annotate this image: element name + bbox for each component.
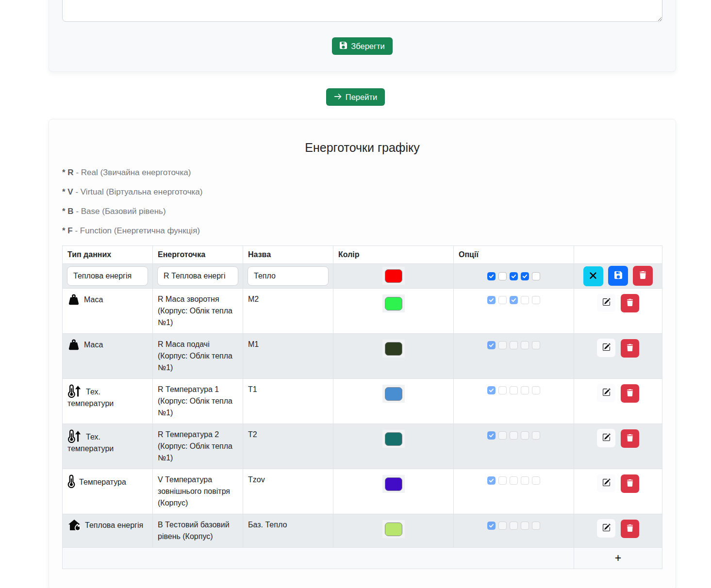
color-picker-input[interactable]	[382, 520, 405, 538]
option-checkbox-checked	[487, 386, 496, 394]
delete-button[interactable]	[621, 294, 639, 312]
point-cell: R Маса зворотня (Корпус: Облік тепла №1)	[153, 289, 243, 334]
energy-points-table: Тип данних Енерготочка Назва Колір Опції	[62, 245, 662, 569]
arrow-right-icon	[334, 93, 342, 102]
option-checkbox-checked	[487, 476, 496, 485]
pencil-square-icon	[602, 298, 611, 308]
pencil-square-icon	[602, 343, 611, 353]
panel-title: Енерготочки графіку	[62, 141, 662, 155]
legend-item-base: * B - Base (Базовий рівень)	[62, 207, 662, 216]
edit-color-cell	[333, 264, 454, 289]
page: Зберегти Перейти Енерготочки графіку * R…	[0, 0, 711, 588]
cancel-button[interactable]	[583, 266, 603, 286]
legend: * R - Real (Звичайна енерготочка) * V - …	[62, 168, 662, 236]
name-label: Tzov	[248, 475, 265, 484]
pencil-square-icon	[602, 523, 611, 533]
save-row-button[interactable]	[608, 266, 628, 286]
color-picker-input[interactable]	[382, 267, 405, 285]
option-checkbox-checked	[510, 296, 518, 304]
notes-textarea[interactable]	[62, 0, 662, 22]
edit-button[interactable]	[597, 384, 615, 402]
edit-button[interactable]	[597, 519, 615, 538]
header-name: Назва	[243, 246, 333, 264]
point-cell: R Маса подачі (Корпус: Облік тепла №1)	[153, 334, 243, 379]
color-picker-input[interactable]	[382, 475, 405, 493]
delete-button[interactable]	[621, 474, 639, 493]
edit-point-input[interactable]	[157, 266, 238, 286]
delete-button[interactable]	[621, 339, 639, 358]
delete-row-button[interactable]	[633, 266, 653, 286]
option-checkbox[interactable]	[532, 272, 540, 280]
table-row: Маса R Маса подачі (Корпус: Облік тепла …	[63, 334, 662, 379]
save-button[interactable]: Зберегти	[332, 37, 393, 55]
option-checkbox-checked[interactable]	[510, 272, 518, 280]
point-label: R Температура 2 (Корпус: Облік тепла №1)	[158, 430, 232, 462]
edit-button[interactable]	[597, 474, 615, 492]
option-checkbox	[498, 522, 507, 530]
point-cell: R Температура 1 (Корпус: Облік тепла №1)	[153, 379, 243, 424]
name-cell: T2	[243, 424, 333, 469]
legend-item-virtual: * V - Virtual (Віртуальна енерготочка)	[62, 187, 662, 197]
add-point-button[interactable]: +	[615, 551, 621, 565]
color-cell	[333, 424, 454, 469]
options-cell	[454, 514, 574, 548]
option-checkbox	[521, 431, 529, 440]
temperature-arrow-up-icon	[67, 384, 82, 398]
add-row-action-cell: +	[574, 548, 662, 569]
table-row: Теплова енергія B Тестовий базовий рівен…	[63, 514, 662, 548]
table-header-row: Тип данних Енерготочка Назва Колір Опції	[63, 246, 662, 264]
point-cell: V Температура зовнішнього повітря (Корпу…	[153, 469, 243, 514]
edit-button[interactable]	[597, 429, 615, 447]
name-label: M1	[248, 340, 259, 348]
color-picker-input[interactable]	[382, 340, 405, 358]
options-cell	[454, 469, 574, 514]
house-fire-icon	[67, 519, 81, 531]
edit-button[interactable]	[597, 339, 615, 357]
option-checkbox-checked[interactable]	[487, 272, 496, 280]
color-picker-input[interactable]	[382, 385, 405, 403]
edit-name-input[interactable]	[248, 266, 329, 286]
delete-button[interactable]	[621, 520, 639, 538]
floppy-save-icon	[614, 271, 622, 280]
actions-cell	[574, 379, 662, 424]
edit-row	[63, 264, 662, 289]
option-checkbox-checked	[487, 431, 496, 440]
actions-cell	[574, 424, 662, 469]
option-checkbox-checked[interactable]	[521, 272, 529, 280]
delete-button[interactable]	[621, 384, 639, 403]
option-checkbox	[521, 341, 529, 349]
table-row: Маса R Маса зворотня (Корпус: Облік тепл…	[63, 289, 662, 334]
delete-button[interactable]	[621, 429, 639, 448]
type-label: Температура	[79, 478, 126, 486]
color-picker-input[interactable]	[382, 294, 405, 312]
type-cell: Маса	[63, 334, 153, 379]
point-cell: B Тестовий базовий рівень (Корпус)	[153, 514, 243, 548]
option-checkbox	[498, 431, 507, 440]
color-picker-input[interactable]	[382, 430, 405, 448]
table-row: Температура V Температура зовнішнього по…	[63, 469, 662, 514]
type-cell: Тех. температури	[63, 424, 153, 469]
name-label: T2	[248, 430, 257, 439]
go-button-label: Перейти	[346, 93, 377, 101]
type-cell: Маса	[63, 289, 153, 334]
option-checkbox-checked	[487, 296, 496, 304]
option-checkbox	[532, 341, 540, 349]
type-cell: Теплова енергія	[63, 514, 153, 548]
color-cell	[333, 334, 454, 379]
name-label: T1	[248, 385, 257, 393]
option-checkbox[interactable]	[498, 272, 507, 280]
header-actions	[574, 246, 662, 264]
option-checkbox	[510, 476, 518, 485]
options-cell	[454, 289, 574, 334]
notes-card: Зберегти	[49, 0, 676, 72]
add-row: +	[63, 548, 662, 569]
option-checkbox	[498, 296, 507, 304]
edit-button[interactable]	[597, 294, 615, 312]
edit-type-input[interactable]	[67, 266, 148, 286]
option-checkbox	[510, 522, 518, 530]
trash-icon	[627, 434, 633, 443]
type-label: Теплова енергія	[85, 521, 143, 529]
actions-cell	[574, 289, 662, 334]
go-button[interactable]: Перейти	[326, 88, 385, 106]
option-checkbox	[510, 341, 518, 349]
